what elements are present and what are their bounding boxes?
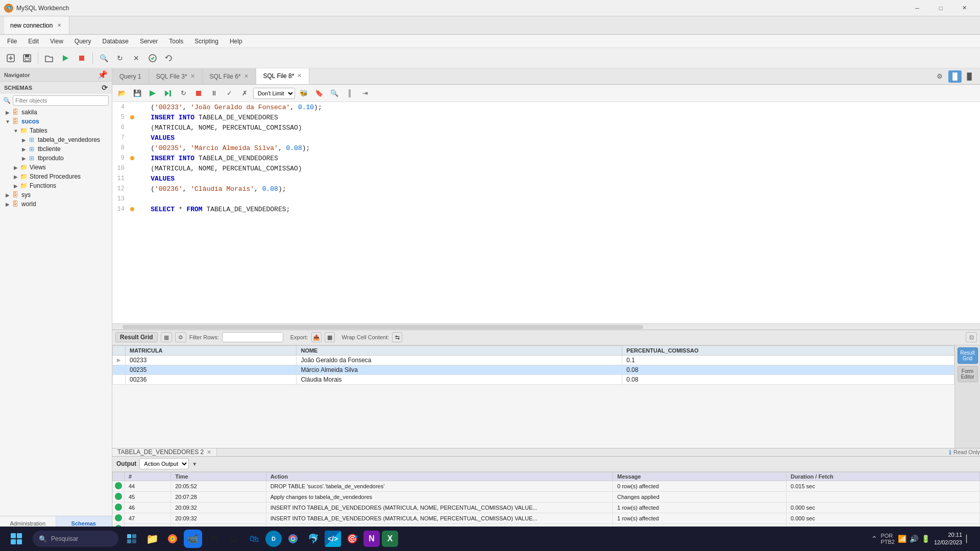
schema-item-world[interactable]: ▶ 🗄 world bbox=[0, 199, 112, 209]
cell-percentual[interactable]: 0.1 bbox=[622, 355, 954, 365]
limit-select[interactable]: Don't Limit 1000 rows 200 rows bbox=[253, 88, 295, 99]
filter-icon[interactable]: ⚙ bbox=[175, 332, 186, 342]
indent-icon[interactable]: ⇥ bbox=[358, 87, 372, 99]
cell-nome[interactable]: João Geraldo da Fonseca bbox=[297, 355, 622, 365]
wifi-icon[interactable]: 📶 bbox=[898, 535, 906, 543]
toolbar-cancel[interactable]: ✕ bbox=[129, 51, 144, 65]
schema-item-sys[interactable]: ▶ 🗄 sys bbox=[0, 190, 112, 199]
system-clock[interactable]: 20:11 12/02/2023 bbox=[934, 531, 962, 547]
open-file-btn[interactable]: 📂 bbox=[115, 87, 129, 99]
apply-btn[interactable]: ✓ bbox=[223, 87, 236, 99]
taskbar-browser-1[interactable] bbox=[163, 530, 182, 548]
result-grid-side-btn[interactable]: Result Grid bbox=[958, 347, 978, 364]
speaker-icon[interactable]: 🔊 bbox=[910, 535, 918, 543]
col-header-num[interactable]: # bbox=[125, 472, 171, 481]
execute-all-btn[interactable] bbox=[146, 87, 159, 99]
taskbar-excel[interactable]: X bbox=[382, 531, 398, 547]
output-table-row[interactable]: 47 20:09:32 INSERT INTO TABELA_DE_VENDED… bbox=[113, 513, 980, 523]
split-view-button[interactable]: ▐▌ bbox=[948, 70, 962, 83]
col-header-matricula[interactable]: MATRICULA bbox=[126, 345, 297, 355]
cell-matricula[interactable]: 00233 bbox=[126, 355, 297, 365]
start-button[interactable] bbox=[4, 527, 29, 551]
taskbar-chrome[interactable] bbox=[284, 530, 302, 548]
taskbar-file-explorer[interactable]: 📁 bbox=[143, 530, 161, 548]
sql-tab-sqlfile8[interactable]: SQL File 8* ✕ bbox=[256, 68, 310, 84]
schemas-refresh-icon[interactable]: ⟳ bbox=[102, 84, 108, 92]
refresh-btn[interactable]: ↻ bbox=[177, 87, 190, 99]
table-item-tbproduto[interactable]: ▶ ⊞ tbproduto bbox=[0, 154, 112, 163]
sql-tab-sqlfile3[interactable]: SQL File 3* ✕ bbox=[149, 68, 203, 84]
toolbar-apply[interactable] bbox=[145, 51, 160, 65]
table-tab-close[interactable]: ✕ bbox=[207, 449, 211, 456]
column-icon[interactable]: ║ bbox=[343, 87, 356, 99]
table-item-tbcliente[interactable]: ▶ ⊞ tbcliente bbox=[0, 144, 112, 154]
save-file-btn[interactable]: 💾 bbox=[131, 87, 144, 99]
taskbar-store[interactable]: 🛍 bbox=[245, 530, 263, 548]
taskbar-search[interactable]: 🔍 bbox=[33, 531, 118, 547]
settings-icon[interactable]: ⚙ bbox=[933, 70, 946, 83]
schema-item-sakila[interactable]: ▶ 🗄 sakila bbox=[0, 108, 112, 117]
toolbar-run[interactable] bbox=[58, 51, 73, 65]
tray-up-icon[interactable]: ⌃ bbox=[871, 535, 877, 543]
taskbar-app-2[interactable]: 📹 bbox=[184, 530, 202, 548]
bookmark-icon[interactable]: 🔖 bbox=[312, 87, 326, 99]
cell-percentual[interactable]: 0.08 bbox=[622, 365, 954, 374]
stop-btn[interactable] bbox=[192, 87, 205, 99]
output-table-row[interactable]: 44 20:05:52 DROP TABLE 'sucos'.'tabela_d… bbox=[113, 481, 980, 491]
col-header-percentual[interactable]: PERCENTUAL_COMISSAO bbox=[622, 345, 954, 355]
taskbar-task-view[interactable] bbox=[122, 530, 141, 548]
toolbar-open[interactable] bbox=[41, 51, 57, 65]
table-row[interactable]: 00236 Cláudia Morais 0.08 bbox=[113, 374, 954, 384]
menu-help[interactable]: Help bbox=[225, 37, 248, 46]
schema-item-sucos[interactable]: ▼ 🗄 sucos bbox=[0, 117, 112, 126]
toolbar-stop[interactable] bbox=[74, 51, 89, 65]
magnify-icon[interactable]: 🔍 bbox=[328, 87, 341, 99]
full-view-button[interactable]: █ bbox=[963, 70, 976, 83]
filter-rows-input[interactable] bbox=[222, 332, 283, 342]
toolbar-revert[interactable] bbox=[161, 51, 177, 65]
taskbar-onenote[interactable]: N bbox=[363, 531, 380, 547]
taskbar-mysql[interactable]: 🐬 bbox=[304, 530, 323, 548]
sidebar-pin-icon[interactable]: 📌 bbox=[97, 70, 108, 80]
menu-tools[interactable]: Tools bbox=[164, 37, 188, 46]
sql-tab-close[interactable]: ✕ bbox=[244, 73, 249, 80]
taskbar-app-rider[interactable]: 🎯 bbox=[343, 530, 361, 548]
minimize-button[interactable]: ─ bbox=[905, 0, 929, 16]
cancel-btn[interactable]: ✗ bbox=[238, 87, 251, 99]
menu-server[interactable]: Server bbox=[135, 37, 163, 46]
cell-nome[interactable]: Márcio Almeida Silva bbox=[297, 365, 622, 374]
folder-item-functions[interactable]: ▶ 📁 Functions bbox=[0, 181, 112, 190]
cell-matricula[interactable]: 00235 bbox=[126, 365, 297, 374]
cell-percentual[interactable]: 0.08 bbox=[622, 374, 954, 384]
col-header-nome[interactable]: NOME bbox=[297, 345, 622, 355]
taskbar-dell[interactable]: D bbox=[265, 531, 282, 547]
result-grid-tab[interactable]: Result Grid bbox=[115, 332, 158, 342]
battery-icon[interactable]: 🔋 bbox=[921, 535, 930, 543]
col-header-action[interactable]: Action bbox=[266, 472, 613, 481]
col-header-message[interactable]: Message bbox=[613, 472, 787, 481]
toggle-btn[interactable]: ⏸ bbox=[207, 87, 220, 99]
taskbar-mail[interactable]: ✉ bbox=[204, 530, 223, 548]
form-editor-side-btn[interactable]: Form Editor bbox=[958, 366, 978, 382]
taskbar-folder[interactable]: 🗂 bbox=[225, 530, 243, 548]
maximize-button[interactable]: □ bbox=[929, 0, 952, 16]
table-item-tabela-vendedores[interactable]: ▶ ⊞ tabela_de_vendedores bbox=[0, 135, 112, 144]
menu-query[interactable]: Query bbox=[69, 37, 96, 46]
menu-view[interactable]: View bbox=[45, 37, 68, 46]
table-name-tab[interactable]: TABELA_DE_VENDEDORES 2 ✕ bbox=[112, 448, 217, 456]
sql-tab-sqlfile6[interactable]: SQL File 6* ✕ bbox=[203, 68, 256, 84]
folder-item-views[interactable]: ▶ 📁 Views bbox=[0, 163, 112, 172]
sql-tab-query1[interactable]: Query 1 bbox=[112, 68, 149, 84]
folder-item-tables[interactable]: ▼ 📁 Tables bbox=[0, 126, 112, 135]
filter-objects-input[interactable] bbox=[13, 95, 109, 106]
export-btn2[interactable]: ▦ bbox=[325, 332, 335, 342]
keyboard-lang-icon[interactable]: PORPTB2 bbox=[880, 533, 895, 545]
show-desktop-icon[interactable]: ▏ bbox=[966, 535, 972, 543]
menu-database[interactable]: Database bbox=[97, 37, 134, 46]
col-header-duration[interactable]: Duration / Fetch bbox=[787, 472, 980, 481]
action-output-select[interactable]: Action Output bbox=[139, 458, 189, 469]
menu-edit[interactable]: Edit bbox=[23, 37, 44, 46]
menu-file[interactable]: File bbox=[2, 37, 22, 46]
cell-nome[interactable]: Cláudia Morais bbox=[297, 374, 622, 384]
execute-selected-btn[interactable] bbox=[161, 87, 175, 99]
